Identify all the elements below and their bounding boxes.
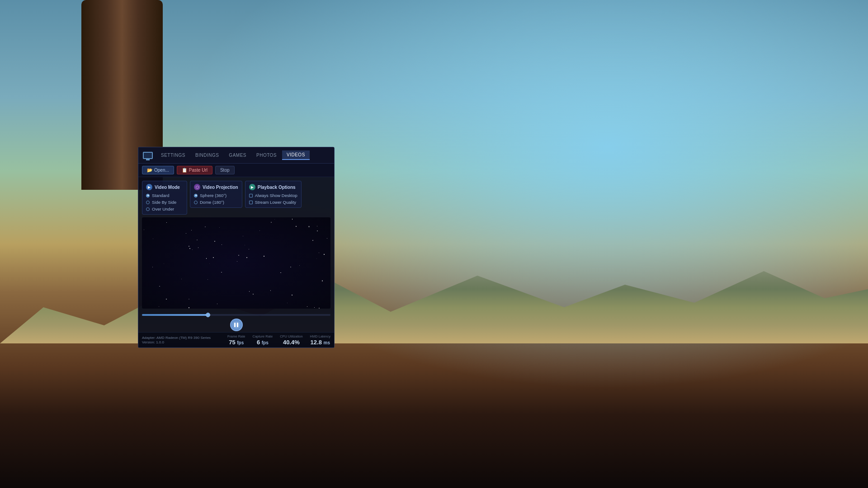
open-button[interactable]: 📂 Open... [142,166,174,174]
hmd-value: 12.8 ms [311,339,330,346]
paste-url-button[interactable]: 📋 Paste Url [177,166,212,174]
option-stream-lower-quality[interactable]: Stream Lower Quality [249,200,297,205]
progress-fill [142,314,208,316]
monitor-icon [143,152,153,159]
bottom-controls [138,312,334,332]
video-projection-options: Sphere (360°) Dome (180°) [194,193,238,205]
hmd-label: HMD Latency [310,334,330,338]
video-display-area [142,217,330,309]
tab-settings[interactable]: SETTINGS [156,151,190,160]
content-area: ▶ Video Mode Standard Side By Side [138,177,334,312]
projection-dome[interactable]: Dome (180°) [194,200,238,205]
video-mode-icon: ▶ [146,184,152,190]
progress-bar[interactable] [142,314,330,316]
paste-icon: 📋 [182,168,187,173]
radio-standard [146,194,150,197]
open-label: Open... [154,168,169,173]
stats-bar: Adapter: AMD Radeon (TM) R9 390 Series V… [138,332,334,347]
app-logo [142,151,154,160]
frame-rate-stat: Frame Rate 75 fps [227,334,245,346]
video-projection-box: ⬡ Video Projection Sphere (360°) Dome (1… [190,181,242,208]
tab-games[interactable]: GAMES [224,151,251,160]
option-always-show-desktop[interactable]: Always Show Desktop [249,193,297,198]
video-mode-title: Video Mode [155,185,180,190]
adapter-value: AMD Radeon (TM) R9 390 Series [156,336,211,340]
toolbar: 📂 Open... 📋 Paste Url Stop [138,164,334,177]
main-panel: SETTINGS BINDINGS GAMES PHOTOS VIDEOS 📂 … [138,147,335,348]
adapter-text: Adapter: AMD Radeon (TM) R9 390 Series [142,336,211,340]
playback-controls [142,318,330,332]
video-projection-header: ⬡ Video Projection [194,184,238,190]
video-mode-overunder[interactable]: Over Under [146,206,183,211]
frame-rate-label: Frame Rate [227,334,245,338]
tab-photos[interactable]: PHOTOS [252,151,281,160]
options-row: ▶ Video Mode Standard Side By Side [142,181,330,215]
playback-options-icon: ▶ [249,184,255,190]
checkbox-stream [249,201,253,204]
stats-group: Frame Rate 75 fps Capture Rate 6 fps CPU… [227,334,330,346]
capture-rate-value: 6 fps [257,339,269,346]
projection-sphere[interactable]: Sphere (360°) [194,193,238,198]
playback-options-header: ▶ Playback Options [249,184,297,190]
hmd-stat: HMD Latency 12.8 ms [310,334,330,346]
capture-rate-stat: Capture Rate 6 fps [253,334,273,346]
cpu-stat: CPU Utilization 40.4% [280,334,302,346]
video-projection-icon: ⬡ [194,184,200,190]
paste-label: Paste Url [189,168,208,173]
folder-icon: 📂 [147,168,152,173]
video-mode-options: Standard Side By Side Over Under [146,193,183,211]
pause-icon [234,323,238,327]
checkbox-desktop [249,194,253,197]
cpu-value: 40.4% [283,339,300,346]
radio-sphere [194,194,198,197]
cpu-label: CPU Utilization [280,334,302,338]
playback-options-title: Playback Options [258,185,296,190]
playback-options-list: Always Show Desktop Stream Lower Quality [249,193,297,205]
progress-thumb[interactable] [206,313,210,317]
version-text: Version: 1.0.0 [142,340,211,344]
adapter-label: Adapter: [142,336,156,340]
stop-button[interactable]: Stop [215,166,235,174]
radio-sidebyside [146,201,150,204]
radio-dome [194,201,198,204]
pause-button[interactable] [230,319,243,331]
video-mode-header: ▶ Video Mode [146,184,183,190]
video-projection-title: Video Projection [203,185,238,190]
frame-rate-value: 75 fps [229,339,244,346]
playback-options-box: ▶ Playback Options Always Show Desktop S… [245,181,302,208]
adapter-info: Adapter: AMD Radeon (TM) R9 390 Series V… [142,336,211,344]
version-value: 1.0.0 [156,340,164,344]
radio-overunder [146,207,150,211]
video-mode-sidebyside[interactable]: Side By Side [146,200,183,205]
version-label: Version: [142,340,155,344]
video-mode-standard[interactable]: Standard [146,193,183,198]
nav-bar: SETTINGS BINDINGS GAMES PHOTOS VIDEOS [138,147,334,164]
video-mode-box: ▶ Video Mode Standard Side By Side [142,181,187,215]
stop-label: Stop [220,168,230,173]
capture-rate-label: Capture Rate [253,334,273,338]
tab-bindings[interactable]: BINDINGS [191,151,223,160]
tab-videos[interactable]: VIDEOS [282,150,310,160]
